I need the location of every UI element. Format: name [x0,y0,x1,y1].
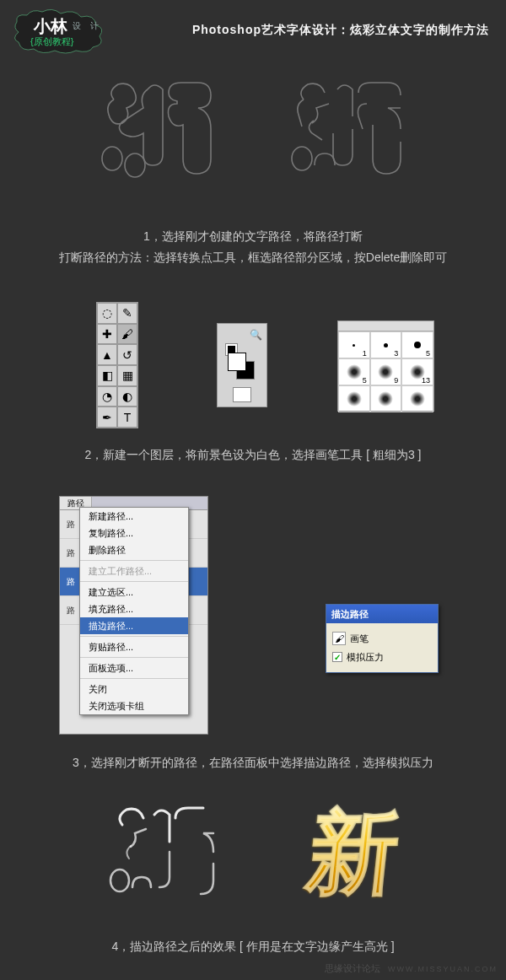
tool-history-icon[interactable]: ↺ [117,344,137,365]
brush-preset[interactable]: 1 [338,331,370,358]
step1-characters [0,74,506,209]
svg-point-3 [110,870,129,891]
brush-preset[interactable]: 3 [370,331,402,358]
menu-delete-path[interactable]: 删除路径 [80,541,188,558]
stroke-result [105,801,219,911]
logo-main-text: 小林 [34,15,67,38]
tool-stamp-icon[interactable]: ▲ [97,344,117,365]
footer-label: 思缘设计论坛 [325,963,380,973]
tool-blur-icon[interactable]: ◔ [97,386,117,407]
stroke-path-dialog: 描边路径 🖌 画笔 ✓ 模拟压力 [326,604,439,673]
svg-point-0 [102,147,122,170]
step3-text: 3，选择刚才断开的路径，在路径面板中选择描边路径，选择模拟压力 [0,752,506,773]
tool-lasso-icon[interactable]: ◌ [97,303,117,324]
svg-point-2 [292,147,312,170]
tool-brush-icon[interactable]: 🖌 [117,324,137,345]
brush-preset[interactable]: 13 [401,358,433,385]
step4-results: 新 新 [0,801,506,928]
logo-area: 小林 设 计 {原创教程} [7,7,116,57]
menu-duplicate-path[interactable]: 复制路径... [80,525,188,541]
simulate-pressure-checkbox[interactable]: ✓ [332,652,342,662]
brush-preset[interactable] [370,385,402,412]
menu-make-work-path: 建立工作路径... [80,563,188,579]
menu-close-tab-group[interactable]: 关闭选项卡组 [80,697,188,714]
magnifier-icon[interactable]: 🔍 [250,329,262,341]
svg-text:新: 新 [300,801,403,903]
brush-size-label: 1 [363,349,367,358]
menu-panel-options[interactable]: 面板选项... [80,660,188,676]
brush-preset[interactable] [401,385,433,412]
gold-char-result: 新 新 [295,800,422,918]
brush-size-panel: 1 3 5 5 9 13 [337,320,434,412]
brush-preset[interactable]: 5 [338,358,370,385]
tools-palette: ◌ ✎ ✚ 🖌 ▲ ↺ ◧ ▦ ◔ ◐ ✒ T [96,302,138,428]
brush-preset[interactable] [338,385,370,412]
menu-clipping-path[interactable]: 剪贴路径... [80,638,188,655]
tool-eyedropper-icon[interactable]: ✎ [117,303,137,324]
foreground-color[interactable] [228,353,246,371]
menu-separator [80,636,188,637]
color-swatch-panel: 🔍 [217,323,267,407]
dialog-pressure-label: 模拟压力 [347,651,384,664]
tool-healing-icon[interactable]: ✚ [97,324,117,345]
brush-icon: 🖌 [332,632,346,645]
tool-pen-icon[interactable]: ✒ [97,407,117,428]
brush-size-label: 13 [422,376,430,385]
quickmask-icon[interactable] [233,387,251,402]
step2-tool-images: ◌ ✎ ✚ 🖌 ▲ ↺ ◧ ▦ ◔ ◐ ✒ T 🔍 1 3 5 5 9 13 [0,302,506,428]
svg-point-1 [125,153,145,177]
menu-separator [80,581,188,582]
step3-images: 路径 路 路 路 路 新建路径... 复制路径... 删除路径 建立工作路径..… [0,496,506,740]
step1b-text: 打断路径的方法：选择转换点工具，框选路径部分区域，按Delete删除即可 [0,247,506,268]
brush-preset[interactable]: 9 [370,358,402,385]
logo-sub-text: 设 计 [73,20,102,32]
brush-size-label: 9 [394,376,398,385]
step4-text: 4，描边路径之后的效果 [ 作用是在文字边缘产生高光 ] [0,936,506,957]
menu-separator [80,560,188,561]
brush-size-label: 5 [363,376,367,385]
footer-url: WWW.MISSYUAN.COM [388,965,498,973]
page-title: Photoshop艺术字体设计：炫彩立体文字的制作方法 [192,23,489,38]
menu-stroke-path[interactable]: 描边路径... [80,617,188,634]
logo-original-tag: {原创教程} [30,35,73,48]
tool-eraser-icon[interactable]: ◧ [97,365,117,386]
context-menu: 新建路径... 复制路径... 删除路径 建立工作路径... 建立选区... 填… [79,507,189,715]
step2-text: 2，新建一个图层，将前景色设为白色，选择画笔工具 [ 粗细为3 ] [0,444,506,466]
brush-size-label: 3 [394,349,398,358]
menu-close[interactable]: 关闭 [80,681,188,697]
menu-separator [80,678,188,679]
char-outline-full [97,74,219,192]
menu-new-path[interactable]: 新建路径... [80,508,188,525]
brush-panel-header [338,321,433,331]
menu-separator [80,657,188,658]
menu-make-selection[interactable]: 建立选区... [80,584,188,600]
tool-dodge-icon[interactable]: ◐ [117,386,137,407]
tool-text-icon[interactable]: T [117,407,137,428]
char-outline-broken [287,74,409,192]
brush-preset[interactable]: 5 [401,331,433,358]
footer: 思缘设计论坛 WWW.MISSYUAN.COM [325,962,498,975]
brush-size-label: 5 [426,349,430,358]
tool-gradient-icon[interactable]: ▦ [117,365,137,386]
dialog-brush-label: 画笔 [350,633,369,645]
step1-text: 1，选择刚才创建的文字路径，将路径打断 [0,226,506,247]
menu-fill-path[interactable]: 填充路径... [80,600,188,617]
dialog-titlebar: 描边路径 [326,605,438,623]
